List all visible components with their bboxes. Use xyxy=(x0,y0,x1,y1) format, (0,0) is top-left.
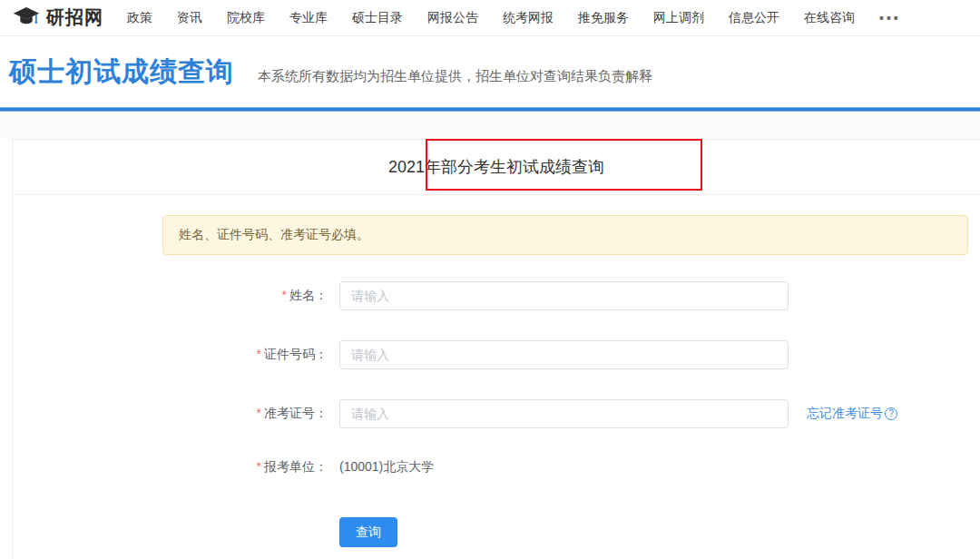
form-row-name: *姓名： xyxy=(13,281,980,310)
id-number-input[interactable] xyxy=(339,340,789,369)
form-row-unit: *报考单位： (10001)北京大学 xyxy=(13,458,980,476)
forgot-ticket-link[interactable]: 忘记准考证号 ? xyxy=(807,406,897,422)
admission-ticket-label: *准考证号： xyxy=(13,406,328,422)
nav-item-college-library[interactable]: 院校库 xyxy=(227,10,265,26)
nav-item-exemption-service[interactable]: 推免服务 xyxy=(578,10,629,26)
id-number-label: *证件号码： xyxy=(13,347,328,363)
unit-control: (10001)北京大学 xyxy=(339,459,434,476)
graduation-cap-icon xyxy=(13,6,40,30)
required-asterisk: * xyxy=(282,288,287,302)
site-logo-text: 研招网 xyxy=(46,5,103,30)
alert-text: 姓名、证件号码、准考证号必填。 xyxy=(179,227,369,243)
top-navbar: 研招网 政策 资讯 院校库 专业库 硕士目录 网报公告 统考网报 推免服务 网上… xyxy=(0,0,980,36)
nav-item-major-library[interactable]: 专业库 xyxy=(289,10,328,26)
nav-more-button[interactable]: ••• xyxy=(879,11,901,25)
panel-title: 2021年部分考生初试成绩查询 xyxy=(388,156,604,178)
unit-value: (10001)北京大学 xyxy=(339,459,434,476)
page-subtitle: 本系统所有数据均为招生单位提供，招生单位对查询结果负责解释 xyxy=(258,68,652,85)
nav-item-online-consult[interactable]: 在线咨询 xyxy=(804,10,855,26)
score-query-form: *姓名： *证件号码： *准考证号： xyxy=(13,281,980,547)
form-row-id-number: *证件号码： xyxy=(13,340,980,369)
nav-item-online-adjustment[interactable]: 网上调剂 xyxy=(653,10,704,26)
nav-item-info-disclosure[interactable]: 信息公开 xyxy=(729,10,779,26)
form-row-admission-ticket: *准考证号： 忘记准考证号 ? xyxy=(13,399,980,428)
page-header: 硕士初试成绩查询 本系统所有数据均为招生单位提供，招生单位对查询结果负责解释 xyxy=(0,36,980,107)
query-panel: 2021年部分考生初试成绩查询 姓名、证件号码、准考证号必填。 *姓名： *证件… xyxy=(12,139,980,559)
nav-item-news[interactable]: 资讯 xyxy=(177,10,202,26)
nav-item-policy[interactable]: 政策 xyxy=(127,10,152,26)
page-title: 硕士初试成绩查询 xyxy=(9,54,234,91)
name-input[interactable] xyxy=(339,281,789,310)
admission-ticket-input[interactable] xyxy=(339,399,789,428)
site-logo[interactable]: 研招网 xyxy=(13,5,103,30)
id-number-control xyxy=(339,340,789,369)
name-control xyxy=(339,281,789,310)
nav-links: 政策 资讯 院校库 专业库 硕士目录 网报公告 统考网报 推免服务 网上调剂 信… xyxy=(127,10,901,26)
name-label: *姓名： xyxy=(13,288,328,304)
nav-item-unified-exam-report[interactable]: 统考网报 xyxy=(503,10,554,26)
admission-ticket-control: 忘记准考证号 ? xyxy=(339,399,897,428)
submit-row: 查询 xyxy=(339,517,980,547)
panel-header: 2021年部分考生初试成绩查询 xyxy=(13,140,980,195)
required-asterisk: * xyxy=(257,459,261,474)
required-asterisk: * xyxy=(257,406,261,420)
panel-body: 姓名、证件号码、准考证号必填。 *姓名： *证件号码： xyxy=(13,195,980,547)
required-fields-alert: 姓名、证件号码、准考证号必填。 xyxy=(162,215,968,255)
required-asterisk: * xyxy=(257,347,261,361)
nav-item-master-catalog[interactable]: 硕士目录 xyxy=(352,10,403,26)
nav-item-online-report-notice[interactable]: 网报公告 xyxy=(427,10,478,26)
question-circle-icon: ? xyxy=(885,407,897,420)
gray-band xyxy=(0,112,980,139)
unit-label: *报考单位： xyxy=(13,459,328,476)
query-button[interactable]: 查询 xyxy=(339,517,397,547)
